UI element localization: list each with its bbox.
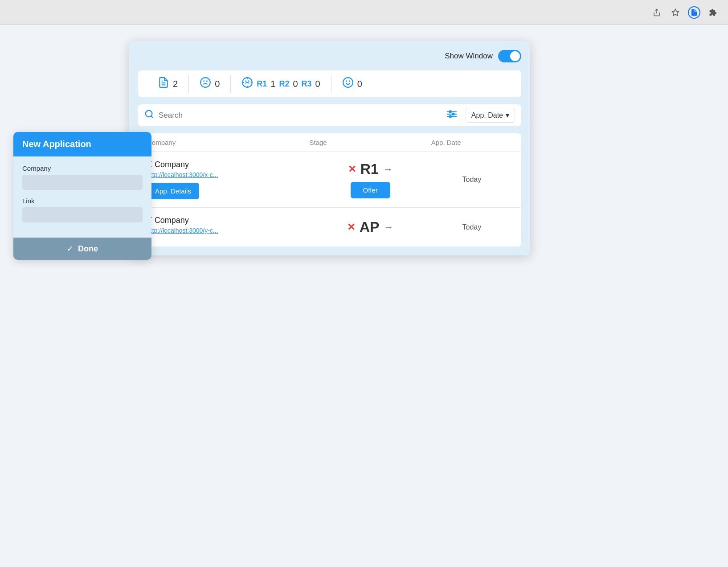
stage-row-2: ✕ AP → — [347, 219, 393, 235]
app-details-button-1[interactable]: App. Details — [147, 183, 199, 199]
show-window-label: Show Window — [445, 52, 493, 61]
done-button[interactable]: ✓ Done — [13, 238, 151, 260]
stage-row-1: ✕ R1 → — [348, 161, 393, 177]
date-col-1: Today — [431, 176, 512, 184]
new-app-body: Company Link — [13, 156, 151, 238]
star-icon[interactable] — [669, 6, 682, 19]
happy-icon — [342, 77, 354, 91]
svg-point-3 — [200, 78, 210, 87]
new-application-panel: New Application Company Link ✓ Done — [13, 132, 151, 260]
doc-icon — [158, 77, 169, 91]
stat-sad: 0 — [189, 75, 231, 93]
stat-happy-count: 0 — [357, 79, 362, 89]
svg-point-12 — [146, 110, 152, 117]
app-table: Company Stage App. Date X Company http:/… — [138, 133, 521, 247]
reject-icon-1[interactable]: ✕ — [348, 164, 356, 175]
link-field-label: Link — [22, 197, 143, 205]
advance-icon-1[interactable]: → — [383, 164, 393, 175]
stage-text-2: AP — [360, 219, 379, 235]
svg-marker-0 — [672, 9, 679, 15]
stat-sad-count: 0 — [215, 79, 220, 89]
filter-icon[interactable] — [446, 108, 458, 122]
stage-col-2: ✕ AP → — [309, 219, 431, 235]
r3-label: R3 — [302, 79, 312, 89]
search-bar: App. Date ▾ — [138, 104, 521, 126]
company-col-1: X Company http://localhost:3000/x-c... A… — [147, 160, 309, 199]
stat-ai: R1 1 R2 0 R3 0 — [231, 75, 331, 93]
company-input[interactable] — [22, 175, 143, 190]
search-icon — [144, 109, 154, 122]
stat-doc-count: 2 — [173, 79, 178, 89]
check-icon: ✓ — [67, 244, 74, 254]
date-col-2: Today — [431, 223, 512, 231]
stats-bar: 2 0 — [138, 70, 521, 97]
company-name-1: X Company — [147, 160, 309, 169]
stage-text-1: R1 — [360, 161, 379, 177]
col-stage: Stage — [309, 139, 431, 146]
link-input[interactable] — [22, 207, 143, 222]
show-window-toggle[interactable] — [498, 50, 521, 62]
svg-line-13 — [151, 116, 153, 118]
browser-toolbar — [0, 0, 728, 25]
col-company: Company — [147, 139, 309, 146]
company-link-1[interactable]: http://localhost:3000/x-c... — [147, 171, 309, 178]
offer-button-1[interactable]: Offer — [351, 182, 390, 198]
company-link-2[interactable]: http://localhost:3000/y-c... — [147, 227, 309, 234]
company-col-2: Y Company http://localhost:3000/y-c... — [147, 216, 309, 238]
svg-point-16 — [449, 115, 451, 117]
sort-label: App. Date — [471, 111, 503, 119]
svg-point-15 — [452, 113, 454, 115]
stat-r2-count: 0 — [293, 79, 298, 89]
stat-happy: 0 — [331, 75, 373, 93]
sad-icon — [200, 77, 211, 91]
ai-icon — [241, 77, 253, 91]
done-label: Done — [78, 244, 98, 254]
document-icon[interactable] — [688, 6, 700, 19]
svg-point-9 — [343, 78, 353, 87]
puzzle-icon[interactable] — [707, 6, 719, 19]
chevron-down-icon: ▾ — [506, 111, 509, 119]
popup-panel: Show Window 2 — [129, 41, 530, 255]
main-area: Show Window 2 — [0, 25, 728, 567]
search-input[interactable] — [159, 111, 442, 120]
table-row: Y Company http://localhost:3000/y-c... ✕… — [138, 208, 521, 247]
sort-dropdown[interactable]: App. Date ▾ — [466, 108, 515, 123]
show-window-row: Show Window — [138, 50, 521, 62]
table-header: Company Stage App. Date — [138, 133, 521, 152]
new-app-title: New Application — [22, 139, 91, 149]
svg-point-14 — [449, 111, 451, 112]
company-field-label: Company — [22, 164, 143, 172]
advance-icon-2[interactable]: → — [384, 222, 393, 233]
stat-r3-count: 0 — [315, 79, 320, 89]
r1-label: R1 — [257, 79, 267, 89]
company-name-2: Y Company — [147, 216, 309, 225]
share-icon[interactable] — [650, 6, 663, 19]
stat-r1-count: 1 — [270, 79, 275, 89]
table-row: X Company http://localhost:3000/x-c... A… — [138, 152, 521, 208]
r2-label: R2 — [279, 79, 289, 89]
new-app-header: New Application — [13, 132, 151, 156]
stage-col-1: ✕ R1 → Offer — [309, 161, 431, 198]
stat-doc: 2 — [147, 75, 189, 93]
reject-icon-2[interactable]: ✕ — [347, 222, 355, 233]
col-date: App. Date — [431, 139, 512, 146]
